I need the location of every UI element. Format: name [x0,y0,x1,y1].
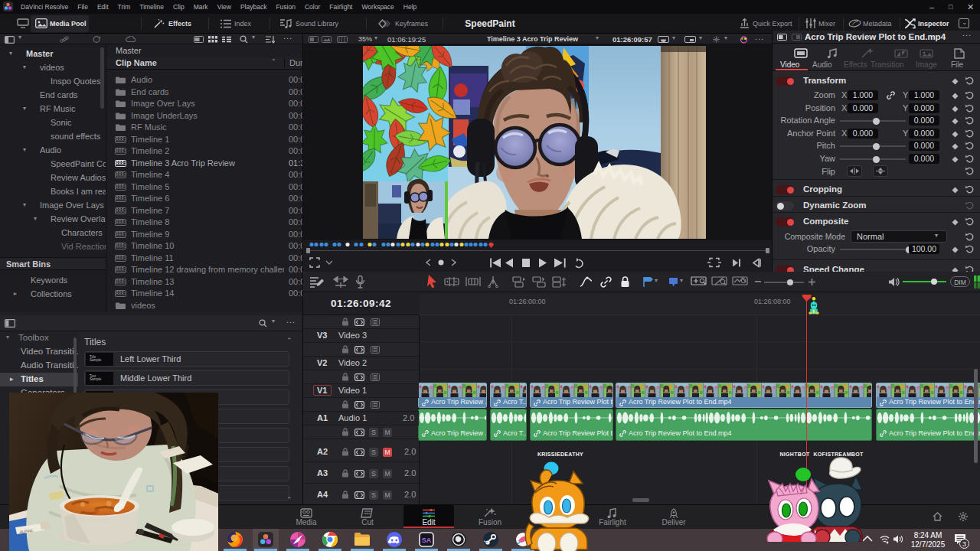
svg-text:SA: SA [422,536,432,544]
svg-text:NIGHTBOT: NIGHTBOT [780,452,810,457]
svg-text:KOFISTREAMBOT: KOFISTREAMBOT [814,452,864,457]
svg-text:KRISSIEDEATHY: KRISSIEDEATHY [537,452,583,457]
